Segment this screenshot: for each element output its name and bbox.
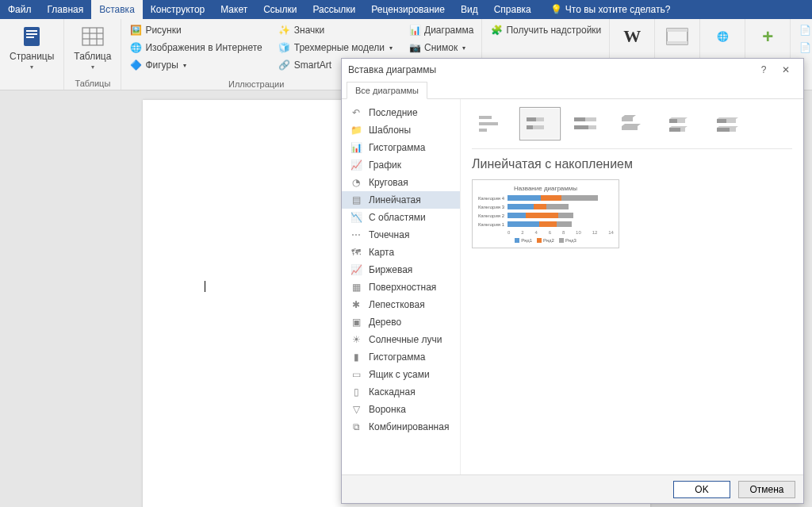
category-icon: 📊: [350, 141, 362, 154]
preview-bar-segment: [508, 195, 541, 201]
category-item-17[interactable]: ▽Воронка: [342, 401, 460, 418]
category-icon: ⧉: [350, 421, 362, 433]
3d-models-button[interactable]: 🧊Трехмерные модели▾: [275, 40, 396, 56]
chart-button[interactable]: 📊Диаграмма: [405, 22, 477, 38]
category-item-4[interactable]: ◔Круговая: [342, 174, 460, 191]
svg-rect-4: [82, 28, 103, 45]
category-item-6[interactable]: 📉С областями: [342, 209, 460, 226]
tab-help[interactable]: Справка: [486, 0, 539, 19]
preview-row: Категория 1: [477, 221, 614, 227]
subtype-clustered-bar[interactable]: [472, 107, 513, 140]
ok-button[interactable]: OK: [673, 481, 730, 498]
preview-bar-segment: [526, 213, 558, 218]
svg-rect-10: [667, 29, 688, 32]
screenshot-button[interactable]: 📷Снимок▾: [405, 40, 477, 56]
subtype-100-stacked-bar[interactable]: [567, 107, 608, 140]
table-button[interactable]: Таблица ▾: [69, 22, 116, 72]
category-item-13[interactable]: ☀Солнечные лучи: [342, 331, 460, 348]
tab-design[interactable]: Конструктор: [143, 0, 213, 19]
cube-icon: 🧊: [278, 41, 291, 54]
category-item-0[interactable]: ↶Последние: [342, 104, 460, 121]
tab-review[interactable]: Рецензирование: [363, 0, 453, 19]
group-label-illustrations: Иллюстрации: [228, 78, 284, 89]
pictures-button[interactable]: 🖼️Рисунки: [126, 22, 265, 38]
preview-title: Название диаграммы: [477, 185, 614, 192]
tab-insert[interactable]: Вставка: [91, 0, 143, 19]
category-item-7[interactable]: ⋯Точечная: [342, 226, 460, 244]
legend-label: Ряд2: [543, 238, 554, 243]
svg-rect-25: [669, 128, 680, 132]
category-item-10[interactable]: ▦Поверхностная: [342, 278, 460, 296]
category-label: С областями: [369, 212, 426, 223]
category-item-2[interactable]: 📊Гистограмма: [342, 139, 460, 156]
category-item-12[interactable]: ▣Дерево: [342, 313, 460, 331]
tab-file[interactable]: Файл: [0, 0, 40, 19]
screenshot-label: Снимок: [424, 42, 458, 53]
category-item-16[interactable]: ▯Каскадная: [342, 383, 460, 401]
wikipedia-button[interactable]: W: [615, 22, 649, 51]
category-label: График: [369, 159, 401, 171]
preview-bar-segment: [508, 204, 534, 209]
tell-me[interactable]: 💡 Что вы хотите сделать?: [542, 0, 679, 19]
comment-button[interactable]: +: [750, 22, 785, 51]
subtype-3d-clustered-bar[interactable]: [615, 107, 656, 140]
subtype-stacked-bar[interactable]: [519, 107, 561, 140]
chart-preview[interactable]: Название диаграммы Категория 4Категория …: [472, 179, 619, 248]
svg-rect-11: [667, 41, 688, 44]
svg-rect-28: [717, 119, 726, 123]
header-icon: 📄: [799, 24, 811, 36]
category-item-15[interactable]: ▭Ящик с усами: [342, 366, 460, 383]
icons-button[interactable]: ✨Значки: [275, 22, 396, 38]
category-icon: ▯: [350, 386, 362, 398]
globe-icon: 🌐: [710, 24, 735, 49]
dropdown-icon: ▾: [30, 63, 33, 71]
tab-layout[interactable]: Макет: [213, 0, 255, 19]
category-item-1[interactable]: 📁Шаблоны: [342, 121, 460, 139]
store-icon: 🧩: [490, 24, 503, 36]
close-button[interactable]: ✕: [775, 64, 797, 75]
category-item-14[interactable]: ▮Гистограмма: [342, 348, 460, 366]
tab-references[interactable]: Ссылки: [255, 0, 304, 19]
chart-category-list: ↶Последние📁Шаблоны📊Гистограмма📈График◔Кр…: [342, 99, 461, 474]
chart-subtypes: [472, 107, 792, 149]
cancel-button[interactable]: Отмена: [738, 481, 795, 498]
category-item-18[interactable]: ⧉Комбинированная: [342, 418, 460, 436]
svg-rect-18: [533, 125, 544, 129]
category-icon: ☀: [350, 333, 362, 346]
shapes-button[interactable]: 🔷Фигуры▾: [126, 57, 265, 73]
get-addins-button[interactable]: 🧩Получить надстройки: [487, 22, 604, 38]
dialog-tabbar: Все диаграммы: [342, 81, 803, 99]
legend-entry: Ряд2: [537, 238, 554, 243]
tab-view[interactable]: Вид: [453, 0, 486, 19]
dropdown-icon: ▾: [389, 44, 393, 52]
shapes-icon: 🔷: [129, 59, 142, 71]
category-item-8[interactable]: 🗺Карта: [342, 244, 460, 261]
tab-mailings[interactable]: Рассылки: [304, 0, 363, 19]
svg-rect-12: [479, 116, 492, 119]
category-item-11[interactable]: ✱Лепестковая: [342, 296, 460, 313]
footer-button[interactable]: 📄Ни: [795, 40, 812, 56]
online-video-button[interactable]: [660, 22, 695, 51]
online-pictures-button[interactable]: 🌐Изображения в Интернете: [126, 40, 265, 56]
link-button[interactable]: 🌐: [705, 22, 740, 51]
subtype-3d-100-stacked-bar[interactable]: [710, 107, 751, 140]
tab-all-charts[interactable]: Все диаграммы: [347, 82, 427, 99]
dropdown-icon: ▾: [91, 63, 94, 71]
pages-button[interactable]: Страницы ▾: [5, 22, 59, 72]
help-button[interactable]: ?: [753, 64, 775, 75]
chart-icon: 📊: [408, 24, 421, 36]
category-icon: 📈: [350, 263, 362, 276]
smartart-label: SmartArt: [294, 60, 331, 71]
category-label: Круговая: [369, 177, 408, 188]
subtype-3d-stacked-bar[interactable]: [662, 107, 703, 140]
text-cursor: [205, 281, 205, 292]
header-button[interactable]: 📄Вер: [795, 22, 812, 38]
category-label: Гистограмма: [369, 351, 425, 363]
category-item-5[interactable]: ▤Линейчатая: [342, 191, 460, 209]
category-item-3[interactable]: 📈График: [342, 156, 460, 174]
preview-bar-segment: [546, 204, 569, 209]
category-item-9[interactable]: 📈Биржевая: [342, 261, 460, 278]
tell-me-label: Что вы хотите сделать?: [565, 4, 671, 15]
tab-home[interactable]: Главная: [40, 0, 92, 19]
smartart-icon: 🔗: [278, 59, 291, 71]
